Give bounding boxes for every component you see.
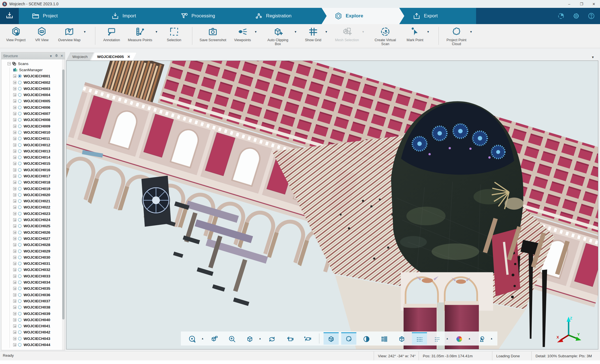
nav-fly-camera-button[interactable] <box>207 332 222 345</box>
expand-box-icon[interactable] <box>13 143 16 147</box>
tree-item-wojciech024[interactable]: WOJCIECH024 <box>1 217 62 223</box>
nav-render-shapes-button[interactable] <box>474 332 489 345</box>
expand-box-icon[interactable] <box>13 287 16 290</box>
tree-item-wojciech014[interactable]: WOJCIECH014 <box>1 154 62 160</box>
tree-item-wojciech004[interactable]: WOJCIECH004 <box>1 92 62 98</box>
expand-box-icon[interactable] <box>13 118 16 121</box>
view-tab-wojciech005[interactable]: WOJCIECH005✕ <box>91 53 137 61</box>
tree-item-wojciech028[interactable]: WOJCIECH028 <box>1 242 62 248</box>
expand-box-icon[interactable] <box>13 137 16 140</box>
tree-item-wojciech035[interactable]: WOJCIECH035 <box>1 286 62 292</box>
nav-color-mode-button[interactable] <box>452 332 467 345</box>
ribbon-tab-explore[interactable]: Explore <box>322 8 404 24</box>
tree-item-wojciech017[interactable]: WOJCIECH017 <box>1 173 62 179</box>
tree-item-wojciech018[interactable]: WOJCIECH018 <box>1 179 62 186</box>
dropdown-arrow-icon[interactable]: ▼ <box>254 30 257 33</box>
tree-item-wojciech001[interactable]: WOJCIECH001 <box>1 73 62 79</box>
tree-item-scans-root[interactable]: Scans <box>1 61 62 67</box>
tree-item-wojciech019[interactable]: WOJCIECH019 <box>1 186 62 192</box>
ribbon-tab-registration[interactable]: Registration <box>242 8 326 24</box>
collapse-box-icon[interactable] <box>8 62 11 65</box>
tree-item-wojciech032[interactable]: WOJCIECH032 <box>1 267 62 273</box>
tree-item-wojciech011[interactable]: WOJCIECH011 <box>1 136 62 142</box>
expand-box-icon[interactable] <box>13 75 16 78</box>
toolbar-viewpoints[interactable]: Viewpoints▼ <box>234 26 257 42</box>
dropup-arrow-icon[interactable]: ▲ <box>201 337 204 340</box>
toolbar-create-virtual-scan[interactable]: Create Virtual Scan <box>372 26 399 46</box>
expand-box-icon[interactable] <box>13 87 16 90</box>
tree-item-wojciech040[interactable]: WOJCIECH040 <box>1 317 62 323</box>
nav-clipping-button[interactable] <box>359 332 374 345</box>
toolbar-save-screenshot[interactable]: Save Screenshot <box>200 26 226 42</box>
expand-box-icon[interactable] <box>13 93 16 96</box>
nav-pick-view-button[interactable] <box>300 332 315 345</box>
expand-box-icon[interactable] <box>13 256 16 259</box>
dropdown-arrow-icon[interactable]: ▼ <box>325 30 328 33</box>
tree-item-wojciech033[interactable]: WOJCIECH033 <box>1 273 62 279</box>
expand-box-icon[interactable] <box>13 262 16 265</box>
nav-previous-view-button[interactable] <box>282 332 297 345</box>
expand-box-icon[interactable] <box>13 168 16 171</box>
tree-item-wojciech006[interactable]: WOJCIECH006 <box>1 104 62 110</box>
dropdown-arrow-icon[interactable]: ▼ <box>470 30 472 33</box>
nav-grid-points-button[interactable] <box>412 332 427 345</box>
tree-item-wojciech031[interactable]: WOJCIECH031 <box>1 261 62 267</box>
nav-orientation-cube-button[interactable] <box>394 332 409 345</box>
close-button[interactable]: ✕ <box>588 0 600 8</box>
tree-item-scanmanager[interactable]: ScanManager <box>1 67 62 73</box>
expand-box-icon[interactable] <box>13 131 16 134</box>
expand-box-icon[interactable] <box>13 193 16 196</box>
expand-box-icon[interactable] <box>13 300 16 303</box>
tab-close-icon[interactable]: ✕ <box>127 55 130 59</box>
tree-item-wojciech016[interactable]: WOJCIECH016 <box>1 167 62 173</box>
expand-box-icon[interactable] <box>13 187 16 190</box>
tree-item-wojciech012[interactable]: WOJCIECH012 <box>1 142 62 148</box>
tree-item-wojciech030[interactable]: WOJCIECH030 <box>1 254 62 260</box>
tree-item-wojciech027[interactable]: WOJCIECH027 <box>1 235 62 242</box>
toolbar-show-grid[interactable]: Show Grid▼ <box>304 26 328 42</box>
tree-item-wojciech022[interactable]: WOJCIECH022 <box>1 204 62 210</box>
toolbar-view-project[interactable]: View Project <box>6 26 26 42</box>
expand-box-icon[interactable] <box>13 125 16 128</box>
tree-item-wojciech007[interactable]: WOJCIECH007 <box>1 110 62 117</box>
tree-item-wojciech023[interactable]: WOJCIECH023 <box>1 210 62 217</box>
toolbar-mark-point[interactable]: Mark Point▼ <box>406 26 430 42</box>
minimize-button[interactable]: – <box>563 0 575 8</box>
dropup-arrow-icon[interactable]: ▲ <box>468 337 471 340</box>
expand-box-icon[interactable] <box>13 175 16 178</box>
point-cloud-render[interactable] <box>66 61 598 349</box>
3d-canvas[interactable]: ▲▲▲▲▲ Z Y X <box>66 61 598 349</box>
tree-item-wojciech013[interactable]: WOJCIECH013 <box>1 148 62 154</box>
expand-box-icon[interactable] <box>13 312 16 315</box>
dropdown-arrow-icon[interactable]: ▼ <box>427 30 430 33</box>
tree-item-wojciech025[interactable]: WOJCIECH025 <box>1 223 62 229</box>
tree-item-wojciech044[interactable]: WOJCIECH044 <box>1 342 62 348</box>
ribbon-tab-project[interactable]: Project <box>19 8 103 24</box>
quick-save-button[interactable] <box>0 8 19 24</box>
expand-box-icon[interactable] <box>13 231 16 234</box>
expand-box-icon[interactable] <box>13 250 16 253</box>
dropup-arrow-icon[interactable]: ▲ <box>490 337 493 340</box>
expand-box-icon[interactable] <box>13 218 16 221</box>
dropup-arrow-icon[interactable]: ▲ <box>259 337 261 340</box>
tree-item-wojciech043[interactable]: WOJCIECH043 <box>1 335 62 342</box>
view-tab-wojciech[interactable]: Wojciech <box>66 53 94 61</box>
tree-item-wojciech008[interactable]: WOJCIECH008 <box>1 117 62 123</box>
maximize-button[interactable]: ❐ <box>575 0 588 8</box>
toolbar-project-point-cloud[interactable]: Project Point Cloud▼ <box>446 26 472 46</box>
toolbar-overview-map[interactable]: Overview Map▼ <box>58 26 86 42</box>
expand-box-icon[interactable] <box>13 181 16 184</box>
ribbon-tab-import[interactable]: Import <box>98 8 172 24</box>
dropdown-arrow-icon[interactable]: ▼ <box>155 30 158 33</box>
nav-point-size-button[interactable] <box>430 332 445 345</box>
expand-box-icon[interactable] <box>13 268 16 271</box>
expand-box-icon[interactable] <box>13 237 16 240</box>
tree-item-wojciech015[interactable]: WOJCIECH015 <box>1 161 62 167</box>
tree-item-wojciech039[interactable]: WOJCIECH039 <box>1 310 62 317</box>
tree-item-wojciech038[interactable]: WOJCIECH038 <box>1 304 62 310</box>
tree-item-wojciech020[interactable]: WOJCIECH020 <box>1 192 62 198</box>
toolbar-measure-points[interactable]: Measure Points▼ <box>128 26 158 42</box>
ribbon-tab-export[interactable]: Export <box>400 8 476 24</box>
toolbar-selection[interactable]: Selection <box>165 26 183 42</box>
expand-box-icon[interactable] <box>13 106 16 109</box>
